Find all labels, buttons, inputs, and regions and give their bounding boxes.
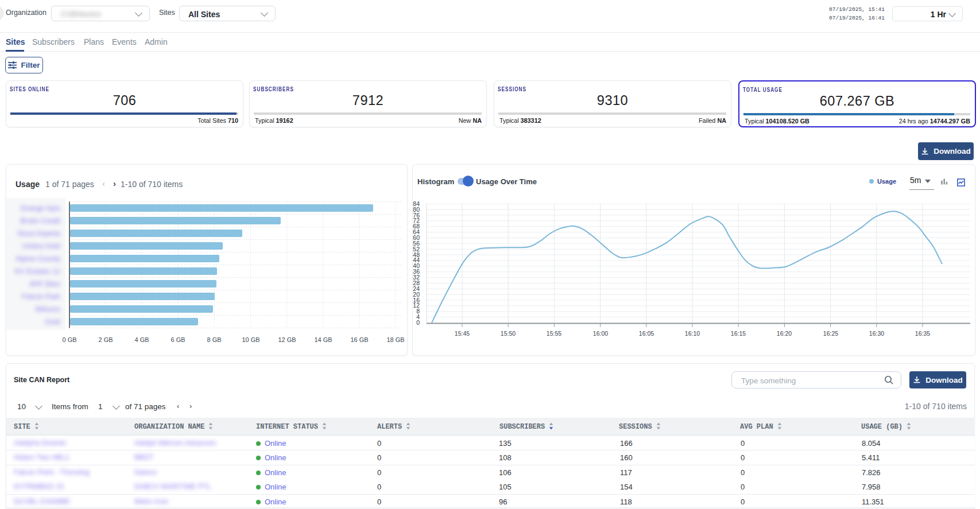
svg-text:0: 0 [416,319,420,326]
svg-text:16:10: 16:10 [685,330,700,337]
svg-text:16:30: 16:30 [869,330,884,337]
svg-text:16:20: 16:20 [777,330,792,337]
svg-text:15:50: 15:50 [501,330,516,337]
svg-text:16 GB: 16 GB [350,336,368,343]
svg-text:10 GB: 10 GB [242,336,259,343]
svg-text:16:05: 16:05 [639,330,654,337]
svg-text:16:00: 16:00 [593,330,608,337]
svg-text:18 GB: 18 GB [386,336,404,343]
svg-text:15:45: 15:45 [455,330,470,337]
svg-text:8 GB: 8 GB [207,336,221,343]
svg-text:2 GB: 2 GB [98,336,113,343]
svg-text:6 GB: 6 GB [171,336,185,343]
svg-text:4 GB: 4 GB [134,336,149,343]
svg-text:15:55: 15:55 [547,330,561,337]
svg-text:12 GB: 12 GB [278,336,296,343]
svg-text:16:25: 16:25 [823,330,838,337]
svg-text:0 GB: 0 GB [62,336,76,343]
svg-text:16:15: 16:15 [731,330,746,337]
svg-text:14 GB: 14 GB [314,336,332,343]
svg-text:16:35: 16:35 [915,330,930,337]
